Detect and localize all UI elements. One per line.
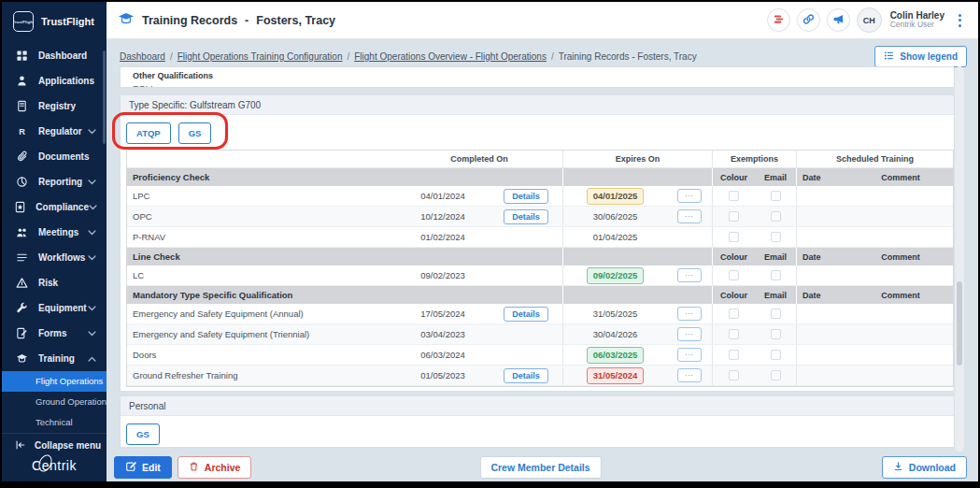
- type-atqp-button[interactable]: ATQP: [126, 122, 171, 144]
- archive-button[interactable]: Archive: [178, 456, 252, 479]
- trustflight-logo-icon: TrustFlight: [13, 11, 34, 32]
- sidebar-subitem-flight-operations[interactable]: Flight Operations: [2, 371, 107, 392]
- colour-exemption-checkbox[interactable]: [729, 270, 739, 280]
- sidebar-item-dashboard[interactable]: Dashboard: [2, 43, 107, 68]
- show-legend-button[interactable]: Show legend: [874, 46, 967, 67]
- content-scrollbar-thumb[interactable]: [957, 281, 962, 366]
- sidebar-item-risk[interactable]: Risk: [2, 270, 107, 295]
- chevron-down-icon: [88, 230, 97, 236]
- completed-on-date: 06/03/2024: [396, 345, 490, 365]
- colour-exemption-checkbox[interactable]: [729, 350, 739, 360]
- chevron-up-icon: [88, 356, 97, 362]
- type-specific-buttons: ATQPGS: [121, 115, 954, 144]
- kebab-menu-button[interactable]: [953, 10, 967, 31]
- table-row: P-RNAV01/02/202401/04/2025: [127, 227, 953, 248]
- colour-exemption-checkbox[interactable]: [729, 370, 739, 380]
- sidebar-item-compliance[interactable]: Compliance: [2, 194, 107, 220]
- content-scrollbar-track[interactable]: [955, 66, 964, 452]
- breadcrumb-item-flight-operations-overview-flight-operations[interactable]: Flight Operations Overview - Flight Oper…: [354, 51, 547, 62]
- topbar-actions: CH Colin Harley Centrik User: [767, 7, 967, 33]
- colour-exemption-checkbox[interactable]: [729, 211, 739, 222]
- col-exemptions: Exemptions: [712, 151, 796, 167]
- archive-label: Archive: [205, 462, 241, 473]
- more-options-button[interactable]: ...: [677, 368, 702, 382]
- type-gs-button[interactable]: GS: [178, 122, 212, 144]
- more-options-button[interactable]: ...: [677, 307, 702, 321]
- more-options-button[interactable]: ...: [677, 209, 702, 223]
- chevron-down-icon: [88, 255, 97, 261]
- link-button[interactable]: [797, 8, 820, 32]
- edit-button[interactable]: Edit: [114, 456, 172, 479]
- more-options-button[interactable]: ...: [677, 348, 702, 362]
- qualification-name: Ground Refresher Training: [127, 366, 396, 385]
- more-options-button[interactable]: ...: [677, 189, 702, 203]
- breadcrumb-item-flight-operations-training-configuration[interactable]: Flight Operations Training Configuration: [178, 51, 343, 62]
- chevron-down-icon: [88, 331, 97, 337]
- email-exemption-checkbox[interactable]: [771, 232, 781, 242]
- email-exemption-checkbox[interactable]: [771, 191, 781, 201]
- sidebar-item-label: Registry: [38, 101, 97, 111]
- workflows-icon: [14, 251, 29, 264]
- email-exemption-checkbox[interactable]: [771, 350, 781, 360]
- personal-gs-button[interactable]: GS: [126, 423, 160, 445]
- equipment-icon: [14, 302, 29, 314]
- sidebar-subnav: Flight OperationsGround OperationsTechni…: [2, 371, 107, 430]
- edit-icon: [125, 461, 136, 474]
- announcements-button[interactable]: [827, 8, 850, 32]
- details-button[interactable]: Details: [504, 307, 548, 322]
- expiry-date: 30/04/2026: [588, 327, 644, 342]
- email-exemption-checkbox[interactable]: [771, 329, 781, 339]
- collapse-menu-button[interactable]: Collapse menu: [2, 433, 107, 457]
- sidebar-scrollbar[interactable]: [103, 50, 106, 144]
- sidebar-item-equipment[interactable]: Equipment: [2, 295, 107, 321]
- colour-exemption-checkbox[interactable]: [729, 309, 739, 319]
- colour-exemption-checkbox[interactable]: [729, 191, 739, 201]
- tasks-button[interactable]: [767, 8, 790, 32]
- sidebar-item-label: Training: [38, 353, 88, 364]
- sidebar-item-reporting[interactable]: Reporting: [2, 169, 107, 194]
- sidebar-item-label: Workflows: [38, 252, 88, 263]
- completed-on-date: 09/02/2023: [396, 266, 490, 285]
- scheduled-date-cell: [796, 366, 848, 385]
- breadcrumb-row: Dashboard/Flight Operations Training Con…: [120, 46, 967, 66]
- brand-logo-row: TrustFlight TrustFlight: [2, 2, 107, 39]
- sidebar: TrustFlight TrustFlight DashboardApplica…: [2, 2, 107, 481]
- sidebar-item-regulator[interactable]: RRegulator: [2, 119, 107, 144]
- collapse-menu-label: Collapse menu: [35, 440, 101, 451]
- topbar: Training Records - Fosters, Tracy: [107, 2, 978, 39]
- sidebar-item-training[interactable]: Training: [2, 346, 107, 371]
- colour-exemption-checkbox[interactable]: [729, 329, 739, 339]
- download-button[interactable]: Download: [882, 456, 967, 479]
- crew-member-details-button[interactable]: Crew Member Details: [479, 456, 601, 479]
- more-options-button[interactable]: ...: [677, 268, 702, 282]
- type-specific-title: Type Specific: Gulfstream G700: [121, 95, 954, 115]
- table-row: OPC10/12/2024Details30/06/2025...: [127, 207, 953, 227]
- email-exemption-checkbox[interactable]: [771, 270, 781, 280]
- sidebar-item-meetings[interactable]: Meetings: [2, 220, 107, 245]
- sidebar-subitem-ground-operations[interactable]: Ground Operations: [2, 392, 107, 412]
- sidebar-item-documents[interactable]: Documents: [2, 144, 107, 169]
- colour-exemption-checkbox[interactable]: [729, 232, 739, 242]
- type-specific-panel: Type Specific: Gulfstream G700 ATQPGS Co…: [120, 94, 955, 392]
- sidebar-item-label: Regulator: [38, 126, 88, 136]
- details-button[interactable]: Details: [504, 189, 548, 204]
- sidebar-item-label: Reporting: [38, 177, 88, 187]
- main-area: Training Records - Fosters, Tracy: [107, 2, 978, 481]
- breadcrumb-item-dashboard[interactable]: Dashboard: [120, 51, 165, 62]
- email-exemption-checkbox[interactable]: [771, 309, 781, 319]
- details-button[interactable]: Details: [504, 209, 548, 224]
- sidebar-subitem-technical[interactable]: Technical: [2, 412, 107, 430]
- avatar[interactable]: CH: [857, 7, 882, 33]
- sidebar-item-applications[interactable]: Applications: [2, 68, 107, 93]
- email-exemption-checkbox[interactable]: [771, 211, 781, 222]
- sidebar-item-forms[interactable]: Forms: [2, 321, 107, 346]
- sidebar-item-workflows[interactable]: Workflows: [2, 245, 107, 270]
- sidebar-item-registry[interactable]: Registry: [2, 93, 107, 119]
- more-options-button[interactable]: ...: [677, 327, 702, 341]
- details-button[interactable]: Details: [504, 368, 548, 383]
- svg-text:R: R: [19, 127, 25, 136]
- expiry-date: 31/05/2024: [587, 367, 645, 384]
- email-exemption-checkbox[interactable]: [771, 370, 781, 380]
- completed-on-date: 01/05/2023: [396, 366, 490, 385]
- user-names: Colin Harley Centrik User: [890, 10, 944, 30]
